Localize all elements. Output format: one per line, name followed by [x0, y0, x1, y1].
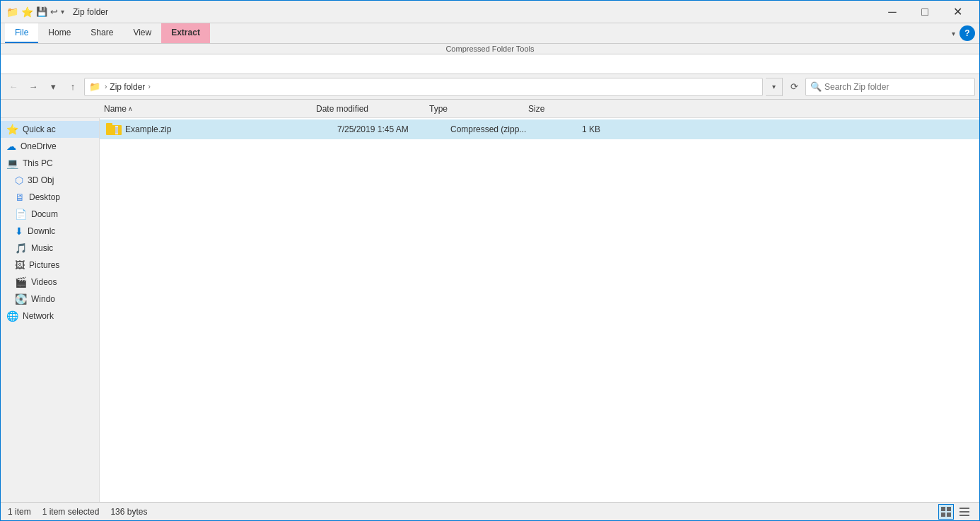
- sidebar-item-onedrive[interactable]: ☁ OneDrive: [1, 138, 99, 155]
- title-bar-title: Zip folder: [73, 7, 108, 17]
- sidebar-network-label: Network: [23, 311, 54, 321]
- details-view-icon: [940, 506, 952, 517]
- column-header-size[interactable]: Size: [524, 104, 581, 114]
- search-box[interactable]: 🔍: [805, 78, 975, 96]
- help-button[interactable]: ?: [959, 25, 975, 41]
- sidebar-desktop-label: Desktop: [29, 192, 60, 202]
- table-row[interactable]: Example.zip 7/25/2019 1:45 AM Compressed…: [100, 119, 979, 139]
- up-button[interactable]: ↑: [64, 78, 81, 95]
- tab-home[interactable]: Home: [38, 23, 81, 43]
- toolbar-row: [1, 54, 979, 74]
- sidebar-item-3dobjects[interactable]: ⬡ 3D Obj: [1, 172, 99, 189]
- svg-rect-10: [941, 513, 945, 517]
- windows-icon: 💽: [15, 293, 27, 305]
- sidebar-item-quick-access[interactable]: ⭐ Quick ac: [1, 121, 99, 138]
- sidebar-pictures-label: Pictures: [29, 260, 59, 270]
- sidebar-3dobjects-label: 3D Obj: [28, 175, 54, 185]
- minimize-button[interactable]: ─: [876, 1, 909, 23]
- sidebar-item-downloads[interactable]: ⬇ Downlc: [1, 223, 99, 240]
- address-chevron: ›: [105, 83, 107, 90]
- sidebar-item-music[interactable]: 🎵 Music: [1, 240, 99, 257]
- file-name: Example.zip: [125, 124, 337, 134]
- thispc-icon: 💻: [6, 158, 18, 169]
- recent-locations-button[interactable]: ▾: [45, 78, 62, 95]
- pictures-icon: 🖼: [15, 259, 25, 271]
- tab-extract[interactable]: Extract: [161, 23, 210, 43]
- maximize-button[interactable]: □: [909, 1, 941, 23]
- sidebar-documents-label: Docum: [31, 209, 58, 219]
- column-header-name[interactable]: Name ∧: [100, 104, 312, 114]
- address-chevron2: ›: [148, 83, 150, 90]
- refresh-button[interactable]: ⟳: [786, 78, 803, 95]
- address-folder-icon: 📁: [89, 81, 100, 92]
- search-icon: 🔍: [810, 81, 822, 92]
- tab-file[interactable]: File: [5, 23, 38, 43]
- sidebar-item-documents[interactable]: 📄 Docum: [1, 206, 99, 223]
- svg-rect-14: [959, 515, 969, 516]
- sidebar-thispc-label: This PC: [23, 158, 53, 168]
- onedrive-icon: ☁: [6, 141, 16, 152]
- sidebar-item-pictures[interactable]: 🖼 Pictures: [1, 257, 99, 274]
- file-list: Example.zip 7/25/2019 1:45 AM Compressed…: [100, 118, 979, 502]
- svg-rect-11: [947, 513, 951, 517]
- search-input[interactable]: [824, 82, 970, 92]
- tab-share[interactable]: Share: [81, 23, 123, 43]
- sidebar-music-label: Music: [31, 243, 53, 253]
- sidebar-onedrive-label: OneDrive: [21, 141, 57, 151]
- sidebar: ⭐ Quick ac ☁ OneDrive 💻 This PC ⬡ 3D Obj…: [1, 118, 100, 502]
- svg-rect-8: [941, 507, 945, 511]
- svg-rect-13: [959, 511, 969, 513]
- sidebar-videos-label: Videos: [31, 277, 57, 287]
- status-bar: 1 item 1 item selected 136 bytes: [1, 502, 979, 520]
- tab-view[interactable]: View: [123, 23, 161, 43]
- sort-icon: ∧: [128, 105, 133, 112]
- dropdown-arrow-icon: ▾: [61, 8, 64, 16]
- view-toggle-buttons: [938, 504, 972, 520]
- title-bar: 📁 ⭐ 💾 ↩ ▾ Zip folder ─ □ ✕: [1, 1, 979, 23]
- address-dropdown-button[interactable]: ▾: [766, 78, 783, 96]
- documents-icon: 📄: [15, 209, 27, 220]
- music-icon: 🎵: [15, 242, 27, 254]
- svg-rect-9: [947, 507, 951, 511]
- address-bar[interactable]: 📁 › Zip folder ›: [84, 78, 763, 96]
- file-type: Compressed (zipp...: [450, 124, 549, 134]
- list-view-icon: [959, 506, 970, 517]
- save-icon: 💾: [36, 6, 47, 17]
- ribbon-tab-row: File Home Share View Extract ▾ ?: [1, 23, 979, 44]
- sidebar-downloads-label: Downlc: [28, 226, 55, 236]
- column-headers: Name ∧ Date modified Type Size: [1, 100, 979, 118]
- address-zip-folder: Zip folder: [110, 82, 145, 92]
- svg-rect-1: [106, 123, 112, 127]
- svg-rect-0: [106, 125, 122, 135]
- column-header-type[interactable]: Type: [425, 104, 524, 114]
- status-info: 1 item 1 item selected 136 bytes: [8, 507, 147, 517]
- title-bar-controls: ─ □ ✕: [876, 1, 974, 23]
- main-content: ⭐ Quick ac ☁ OneDrive 💻 This PC ⬡ 3D Obj…: [1, 118, 979, 502]
- sidebar-item-videos[interactable]: 🎬 Videos: [1, 274, 99, 291]
- back-button[interactable]: ←: [5, 78, 22, 95]
- column-header-date[interactable]: Date modified: [312, 104, 425, 114]
- videos-icon: 🎬: [15, 276, 27, 288]
- close-button[interactable]: ✕: [941, 1, 974, 23]
- forward-button[interactable]: →: [25, 78, 42, 95]
- zip-file-icon: [106, 122, 122, 136]
- title-bar-left: 📁 ⭐ 💾 ↩ ▾ Zip folder: [6, 6, 108, 18]
- svg-rect-12: [959, 508, 969, 509]
- star-icon: ⭐: [6, 124, 18, 135]
- view-details-button[interactable]: [938, 504, 954, 520]
- downloads-icon: ⬇: [15, 226, 23, 237]
- file-size: 1 KB: [549, 124, 606, 134]
- selected-size: 136 bytes: [110, 507, 147, 517]
- sidebar-item-network[interactable]: 🌐 Network: [1, 308, 99, 324]
- sidebar-windows-label: Windo: [31, 294, 55, 304]
- dropdown-expand-icon[interactable]: ▾: [952, 30, 955, 37]
- undo-icon: ↩: [50, 6, 58, 17]
- sidebar-item-desktop[interactable]: 🖥 Desktop: [1, 189, 99, 206]
- item-count: 1 item: [8, 507, 31, 517]
- address-path: 📁 › Zip folder ›: [89, 81, 152, 92]
- sidebar-quick-access-label: Quick ac: [23, 124, 56, 134]
- 3dobjects-icon: ⬡: [15, 175, 23, 186]
- sidebar-item-windows[interactable]: 💽 Windo: [1, 291, 99, 308]
- view-list-button[interactable]: [957, 504, 972, 520]
- sidebar-item-thispc[interactable]: 💻 This PC: [1, 155, 99, 172]
